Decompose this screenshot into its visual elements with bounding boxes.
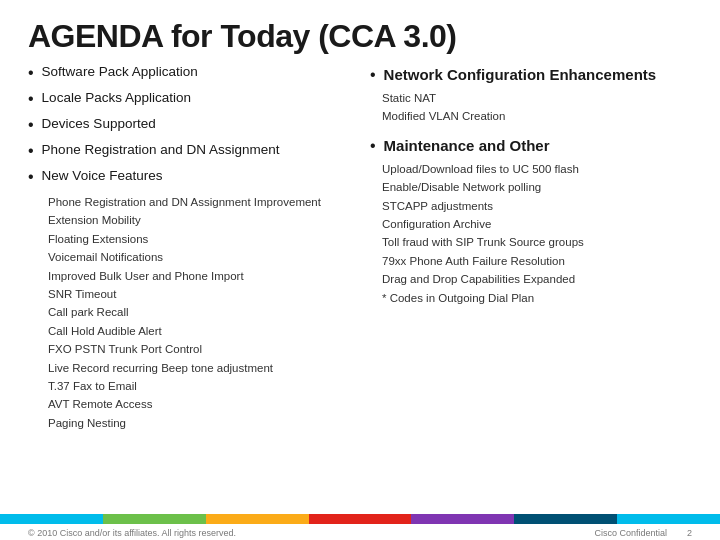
bullet-icon: • [28,90,34,108]
footer-right: Cisco Confidential 2 [594,528,692,538]
list-item: * Codes in Outgoing Dial Plan [382,289,692,307]
list-item: T.37 Fax to Email [48,377,350,395]
list-item: Drag and Drop Capabilities Expanded [382,270,692,288]
bullet-icon: • [28,168,34,186]
left-column: • Software Pack Application • Locale Pac… [28,63,350,540]
list-item: Paging Nesting [48,414,350,432]
section1-header: • Network Configuration Enhancements [370,65,692,84]
list-item: Configuration Archive [382,215,692,233]
list-item: • Software Pack Application [28,63,350,82]
list-item: Call park Recall [48,303,350,321]
section2-title: Maintenance and Other [384,137,550,154]
list-item: Phone Registration and DN Assignment Imp… [48,193,350,211]
list-item: SNR Timeout [48,285,350,303]
list-item: 79xx Phone Auth Failure Resolution [382,252,692,270]
section1-items: Static NATModified VLAN Creation [370,89,692,126]
title-area: AGENDA for Today (CCA 3.0) [0,0,720,63]
list-item: FXO PSTN Trunk Port Control [48,340,350,358]
footer-page: 2 [687,528,692,538]
color-segment-4 [309,514,412,524]
bullet-label: New Voice Features [42,167,163,186]
list-item: • Locale Packs Application [28,89,350,108]
slide-title: AGENDA for Today (CCA 3.0) [28,18,692,55]
list-item: Floating Extensions [48,230,350,248]
right-column: • Network Configuration Enhancements Sta… [370,63,692,540]
list-item: • New Voice Features [28,167,350,186]
color-segment-2 [103,514,206,524]
bullet-label: Devices Supported [42,115,156,134]
section2-header: • Maintenance and Other [370,136,692,155]
list-item: Improved Bulk User and Phone Import [48,267,350,285]
list-item: Modified VLAN Creation [382,107,692,125]
bullet-label: Phone Registration and DN Assignment [42,141,280,160]
footer-color-bar [0,514,720,524]
footer-confidential: Cisco Confidential [594,528,667,538]
list-item: Enable/Disable Network polling [382,178,692,196]
color-segment-5 [411,514,514,524]
list-item: Static NAT [382,89,692,107]
bullet-icon: • [370,137,376,155]
bullet-icon: • [370,66,376,84]
list-item: • Phone Registration and DN Assignment [28,141,350,160]
bullet-label: Locale Packs Application [42,89,191,108]
list-item: Extension Mobility [48,211,350,229]
color-segment-3 [206,514,309,524]
list-item: • Devices Supported [28,115,350,134]
list-item: Upload/Download files to UC 500 flash [382,160,692,178]
bullet-label: Software Pack Application [42,63,198,82]
list-item: Call Hold Audible Alert [48,322,350,340]
list-item: AVT Remote Access [48,395,350,413]
content-area: • Software Pack Application • Locale Pac… [0,63,720,540]
footer-copyright: © 2010 Cisco and/or its affiliates. All … [28,528,236,538]
bullet-icon: • [28,142,34,160]
color-segment-1 [0,514,103,524]
slide: AGENDA for Today (CCA 3.0) • Software Pa… [0,0,720,540]
section1-title: Network Configuration Enhancements [384,66,657,83]
list-item: Live Record recurring Beep tone adjustme… [48,359,350,377]
list-item: Toll fraud with SIP Trunk Source groups [382,233,692,251]
sub-list: Phone Registration and DN Assignment Imp… [28,193,350,432]
bullet-icon: • [28,64,34,82]
list-item: Voicemail Notifications [48,248,350,266]
bullet-icon: • [28,116,34,134]
color-segment-7 [617,514,720,524]
section2-items: Upload/Download files to UC 500 flashEna… [370,160,692,307]
color-segment-6 [514,514,617,524]
list-item: STCAPP adjustments [382,197,692,215]
